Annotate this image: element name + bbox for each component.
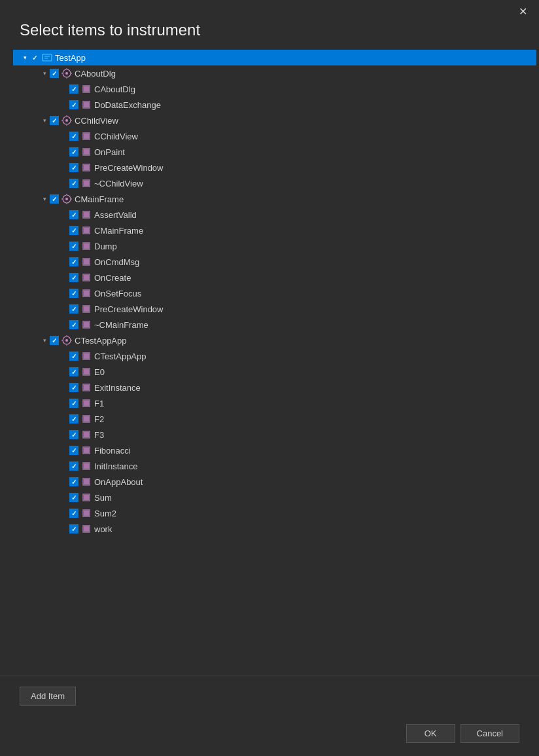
icon-cmainframe <box>61 194 72 204</box>
svg-rect-20 <box>84 134 89 139</box>
checkbox-oncreate[interactable] <box>69 273 78 282</box>
checkbox-work[interactable] <box>69 524 78 533</box>
tree-node-cmainframe[interactable]: ▾ CMainFrame <box>13 191 536 207</box>
expander-caboutdlg[interactable]: ▾ <box>39 68 50 79</box>
svg-rect-22 <box>84 149 89 154</box>
checkbox-dump[interactable] <box>69 242 78 251</box>
checkbox-precreatewindow-cchild[interactable] <box>69 163 78 172</box>
checkbox-cchildview[interactable] <box>50 116 59 125</box>
tree-node-dtor-cmainframe[interactable]: ▾ ~CMainFrame <box>13 317 536 333</box>
tree-node-oncmdmsg[interactable]: ▾ OnCmdMsg <box>13 254 536 270</box>
checkbox-sum2[interactable] <box>69 509 78 518</box>
tree-node-onsetfocus[interactable]: ▾ OnSetFocus <box>13 285 536 301</box>
tree-node-sum[interactable]: ▾ Sum <box>13 490 536 505</box>
icon-m22 <box>81 461 92 471</box>
checkbox-dtor-cchildview[interactable] <box>69 179 78 188</box>
svg-rect-24 <box>84 165 89 170</box>
cancel-button[interactable]: Cancel <box>461 724 519 743</box>
tree-node-precreatewindow-cmain[interactable]: ▾ PreCreateWindow <box>13 301 536 317</box>
checkbox-e0[interactable] <box>69 367 78 376</box>
svg-rect-34 <box>84 212 89 217</box>
checkbox-f2[interactable] <box>69 414 78 423</box>
checkbox-caboutdlg-ctor[interactable] <box>69 84 78 94</box>
icon-m12 <box>81 288 92 298</box>
expander-cmainframe[interactable]: ▾ <box>39 194 50 204</box>
icon-m16 <box>81 367 92 377</box>
checkbox-ctestappapp-ctor[interactable] <box>69 351 78 361</box>
tree-node-caboutdlg-ctor[interactable]: ▾ CAboutDlg <box>13 81 536 97</box>
label-ctestappapp-ctor: CTestAppApp <box>94 351 147 361</box>
checkbox-f1[interactable] <box>69 399 78 408</box>
checkbox-sum[interactable] <box>69 493 78 502</box>
tree-node-cchildview[interactable]: ▾ CChildView <box>13 113 536 128</box>
label-f1: F1 <box>94 399 104 408</box>
icon-m21 <box>81 445 92 456</box>
label-assertvalid: AssertValid <box>94 210 137 220</box>
tree-node-work[interactable]: ▾ work <box>13 521 536 537</box>
expander-cchildview[interactable]: ▾ <box>39 115 50 126</box>
checkbox-oncmdmsg[interactable] <box>69 257 78 266</box>
checkbox-dtor-cmainframe[interactable] <box>69 320 78 329</box>
icon-m11 <box>81 272 92 283</box>
tree-node-fibonacci[interactable]: ▾ Fibonacci <box>13 442 536 458</box>
tree-node-ctestappapp-ctor[interactable]: ▾ CTestAppApp <box>13 348 536 364</box>
checkbox-precreatewindow-cmain[interactable] <box>69 304 78 314</box>
icon-m19 <box>81 414 92 424</box>
checkbox-caboutdlg[interactable] <box>50 69 59 78</box>
icon-m13 <box>81 304 92 314</box>
tree-node-exitinstance[interactable]: ▾ ExitInstance <box>13 380 536 395</box>
tree-node-dump[interactable]: ▾ Dump <box>13 238 536 254</box>
checkbox-f3[interactable] <box>69 430 78 439</box>
expander-root[interactable]: ▾ <box>20 52 30 63</box>
tree-node-sum2[interactable]: ▾ Sum2 <box>13 505 536 521</box>
tree-node-precreatewindow-cchild[interactable]: ▾ PreCreateWindow <box>13 160 536 175</box>
add-item-button[interactable]: Add Item <box>20 687 76 706</box>
checkbox-testapp[interactable] <box>30 53 39 62</box>
svg-rect-56 <box>84 353 89 359</box>
dialog-footer: OK Cancel <box>0 716 539 756</box>
tree-node-e0[interactable]: ▾ E0 <box>13 364 536 380</box>
checkbox-ctestappapp[interactable] <box>50 336 59 345</box>
tree-node-cmainframe-ctor[interactable]: ▾ CMainFrame <box>13 223 536 238</box>
expander-ctestappapp[interactable]: ▾ <box>39 335 50 346</box>
checkbox-cmainframe-ctor[interactable] <box>69 226 78 235</box>
svg-rect-46 <box>84 306 89 312</box>
icon-m7 <box>81 209 92 220</box>
checkbox-initinstance[interactable] <box>69 461 78 471</box>
tree-node-initinstance[interactable]: ▾ InitInstance <box>13 458 536 474</box>
svg-point-14 <box>65 119 68 122</box>
checkbox-cchildview-ctor[interactable] <box>69 132 78 141</box>
ok-button[interactable]: OK <box>406 724 455 743</box>
checkbox-assertvalid[interactable] <box>69 210 78 219</box>
icon-caboutdlg <box>61 68 72 79</box>
tree-node-f3[interactable]: ▾ F3 <box>13 427 536 442</box>
tree-node-caboutdlg[interactable]: ▾ CAboutDlg <box>13 65 536 81</box>
icon-m26 <box>81 524 92 534</box>
tree-container[interactable]: ▾ TestApp ▾ CAboutDlg <box>13 50 539 675</box>
tree-node-f2[interactable]: ▾ F2 <box>13 411 536 427</box>
tree-node-cchildview-ctor[interactable]: ▾ CChildView <box>13 128 536 144</box>
tree-node-f1[interactable]: ▾ F1 <box>13 395 536 411</box>
tree-node-ctestappapp[interactable]: ▾ CTestAppApp <box>13 333 536 348</box>
svg-rect-64 <box>84 416 89 422</box>
checkbox-onappabout[interactable] <box>69 477 78 486</box>
tree-node-onpaint[interactable]: ▾ OnPaint <box>13 144 536 160</box>
checkbox-onsetfocus[interactable] <box>69 289 78 298</box>
svg-rect-42 <box>84 275 89 280</box>
svg-rect-12 <box>84 102 89 107</box>
svg-rect-26 <box>84 181 89 186</box>
checkbox-fibonacci[interactable] <box>69 446 78 455</box>
tree-node-root[interactable]: ▾ TestApp <box>13 50 536 65</box>
tree-node-oncreate[interactable]: ▾ OnCreate <box>13 270 536 285</box>
close-button[interactable]: ✕ <box>515 5 531 18</box>
icon-m4 <box>81 147 92 157</box>
tree-node-dodataexchange[interactable]: ▾ DoDataExchange <box>13 97 536 113</box>
checkbox-cmainframe[interactable] <box>50 194 59 204</box>
checkbox-dodataexchange[interactable] <box>69 100 78 109</box>
icon-method-2 <box>81 99 92 110</box>
tree-node-assertvalid[interactable]: ▾ AssertValid <box>13 207 536 223</box>
checkbox-exitinstance[interactable] <box>69 383 78 392</box>
tree-node-onappabout[interactable]: ▾ OnAppAbout <box>13 474 536 490</box>
checkbox-onpaint[interactable] <box>69 147 78 156</box>
tree-node-dtor-cchildview[interactable]: ▾ ~CChildView <box>13 175 536 191</box>
